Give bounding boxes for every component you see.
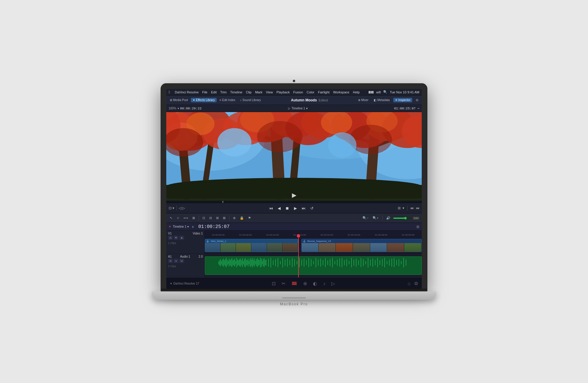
timecode-options-icon[interactable]: ⋯	[417, 106, 419, 110]
toolbar-expand-btn[interactable]: ⊟	[414, 98, 420, 102]
svg-rect-133	[363, 259, 364, 266]
menu-trim[interactable]: Trim	[220, 90, 227, 94]
camera-notch	[293, 80, 295, 82]
audio-cam-btn[interactable]: ⊡	[168, 259, 173, 263]
dynamic-trim-btn[interactable]: ⊠	[191, 216, 196, 221]
prev-frame-icon[interactable]: ◁	[179, 206, 181, 210]
svg-rect-80	[255, 258, 255, 266]
output-layout-icon[interactable]: ⊞	[398, 206, 401, 210]
add-timeline-btn[interactable]: +	[192, 224, 194, 229]
settings-dock-icon[interactable]: ⚙	[414, 281, 418, 286]
viewer-chevron-icon[interactable]: ▾	[172, 206, 174, 210]
search-icon[interactable]: 🔍	[383, 90, 387, 94]
zoom-chevron-icon[interactable]: ▾	[178, 107, 179, 110]
lock-btn[interactable]: 🔒	[239, 216, 245, 221]
svg-rect-81	[255, 261, 256, 264]
zoom-in-btn[interactable]: 🔍+	[371, 216, 380, 221]
close-timeline-btn[interactable]: ✕	[169, 225, 171, 228]
play-icon[interactable]: ▷	[288, 107, 290, 110]
next-frame-icon[interactable]: ▷	[182, 206, 185, 210]
replace-btn[interactable]: ⊞	[215, 216, 220, 221]
timeline-chevron-icon[interactable]: ▾	[306, 107, 308, 110]
viewer-layout-icon[interactable]: ⊡	[169, 206, 172, 210]
fusion-dock-icon[interactable]: ⊕	[303, 281, 307, 286]
timeline-ruler[interactable]: 01:00:00:00 01:00:08:00 01:00:16:00 01:0…	[205, 231, 422, 237]
dim-btn[interactable]: DIM	[413, 216, 420, 220]
go-to-end-btn[interactable]: ⏭	[301, 205, 307, 211]
clip-main-theme[interactable]: Main Theme	[205, 256, 422, 275]
zoom-out-btn[interactable]: 🔍−	[361, 216, 370, 221]
link-btn[interactable]: ⊕	[232, 216, 237, 221]
zoom-value[interactable]: 100%	[169, 107, 176, 110]
ripple-btn[interactable]: ⊠	[222, 216, 227, 221]
volume-slider[interactable]	[393, 218, 411, 219]
menu-color[interactable]: Color	[306, 90, 314, 94]
video-visible-btn[interactable]: 👁	[174, 236, 178, 240]
edit-index-button[interactable]: ≡ Edit Index	[218, 98, 237, 102]
media-pool-dock-icon[interactable]: ⊡	[272, 281, 276, 286]
effects-library-button[interactable]: ✦ Effects Library	[191, 98, 217, 102]
expand-timeline-btn[interactable]: ⊞	[416, 225, 419, 229]
edit-dock-icon[interactable]	[291, 280, 297, 287]
video-lock-btn[interactable]: ⊡	[168, 236, 173, 240]
playhead[interactable]	[298, 237, 299, 253]
svg-rect-119	[330, 259, 330, 266]
menu-workspace[interactable]: Workspace	[333, 90, 349, 94]
play-btn[interactable]: ▶	[293, 205, 298, 211]
audio-track-controls: ⊡ S M	[168, 259, 203, 263]
video-track-clips[interactable]: ⚓ Intro_Series_1	[205, 237, 422, 254]
output-chevron-icon[interactable]: ▾	[402, 206, 404, 210]
play-overlay-btn[interactable]: ▶	[292, 192, 296, 199]
video-mute-btn[interactable]: ◈	[179, 236, 184, 240]
media-pool-toggle[interactable]: ⊞ Media Pool	[168, 98, 190, 102]
inspector-button[interactable]: ✕ Inspector	[393, 98, 412, 102]
go-to-start-btn[interactable]: ⏮	[268, 205, 274, 211]
home-icon[interactable]: ⌂	[408, 281, 410, 286]
menu-edit[interactable]: Edit	[211, 90, 217, 94]
menu-fusion[interactable]: Fusion	[293, 90, 303, 94]
razor-tool-btn[interactable]: ⊹	[175, 216, 180, 221]
metadata-button[interactable]: ◧ Metadata	[372, 98, 392, 102]
menu-davinci[interactable]: DaVinci Resolve	[175, 90, 199, 94]
select-tool-btn[interactable]: ↖	[169, 216, 174, 221]
sound-library-button[interactable]: ♪ Sound Library	[238, 98, 263, 102]
cut-dock-icon[interactable]: ✂	[282, 281, 285, 286]
menu-file[interactable]: File	[202, 90, 207, 94]
audio-track-name: Audio 1	[180, 255, 190, 258]
step-back-btn[interactable]: ◀	[277, 205, 282, 211]
menu-clip[interactable]: Clip	[246, 90, 252, 94]
svg-rect-63	[238, 260, 239, 265]
menu-view[interactable]: View	[266, 90, 273, 94]
insert-btn[interactable]: ⊡	[201, 216, 206, 221]
slip-tool-btn[interactable]: ⟺	[182, 216, 189, 221]
skip-to-end-icon[interactable]: ⏭	[410, 206, 414, 210]
mixer-button[interactable]: ⊕ Mixer	[356, 98, 370, 102]
menu-timeline[interactable]: Timeline	[230, 90, 242, 94]
flag-btn[interactable]: ⚑	[247, 216, 252, 221]
svg-rect-127	[349, 261, 349, 264]
volume-icon[interactable]: 🔊	[385, 216, 392, 221]
color-dock-icon[interactable]: ◐	[313, 281, 317, 286]
overwrite-btn[interactable]: ⊟	[208, 216, 213, 221]
fairlight-dock-icon[interactable]: ♪	[323, 281, 325, 286]
menu-playback[interactable]: Playback	[277, 90, 290, 94]
audio-track-clips[interactable]: Main Theme	[205, 254, 422, 277]
audio-mute-btn[interactable]: M	[179, 259, 184, 263]
dock-app-name: ✦ DaVinci Resolve 17	[170, 282, 199, 285]
menu-fairlight[interactable]: Fairlight	[318, 90, 330, 94]
skip-back-icon[interactable]: ⏮	[416, 206, 419, 210]
stop-btn[interactable]: ⏹	[284, 205, 290, 211]
clip-reveal-sequence[interactable]: ⚓ Reveal_Sequence_V3	[301, 239, 422, 252]
audio-solo-btn[interactable]: S	[174, 259, 178, 263]
scrubber-bar[interactable]	[166, 201, 422, 203]
apple-logo-icon[interactable]: 	[169, 90, 170, 94]
ruler-marks-container: 01:00:00:00 01:00:08:00 01:00:16:00 01:0…	[205, 234, 422, 236]
deliver-dock-icon[interactable]: ▷	[331, 281, 335, 286]
loop-btn[interactable]: ↺	[309, 205, 315, 211]
timeline-tab[interactable]: Timeline 1 ▾	[173, 225, 189, 228]
menu-help[interactable]: Help	[353, 90, 360, 94]
svg-rect-57	[233, 260, 233, 265]
speaker-icon: ♪	[240, 98, 242, 102]
clip-intro-series[interactable]: ⚓ Intro_Series_1	[205, 239, 298, 252]
menu-mark[interactable]: Mark	[255, 90, 262, 94]
